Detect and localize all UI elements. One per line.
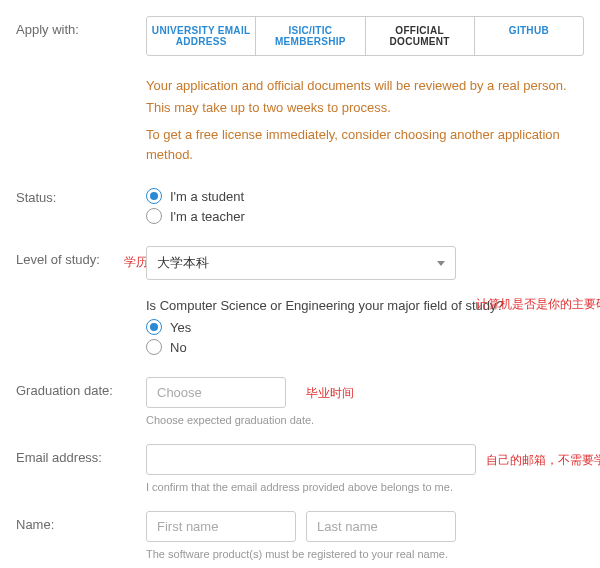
annotation-cs: 计算机是否是你的主要研究领域？ [476, 296, 600, 313]
annotation-graduation: 毕业时间 [306, 385, 354, 402]
cs-no-option[interactable]: No [146, 339, 584, 355]
info-row: Your application and official documents … [16, 74, 584, 166]
status-student-label: I'm a student [170, 189, 244, 204]
graduation-row: Graduation date: 毕业时间 Choose expected gr… [16, 377, 584, 426]
info-line3: To get a free license immediately, consi… [146, 125, 584, 164]
cs-no-label: No [170, 340, 187, 355]
status-row: Status: I'm a student I'm a teacher [16, 184, 584, 228]
tab-university-email[interactable]: UNIVERSITY EMAIL ADDRESS [147, 17, 256, 55]
email-label: Email address: [16, 444, 146, 465]
level-label: Level of study: [16, 252, 100, 267]
email-hint: I confirm that the email address provide… [146, 481, 584, 493]
info-line2: This may take up to two weeks to process… [146, 98, 584, 118]
cs-yes-label: Yes [170, 320, 191, 335]
annotation-level: 学历 [124, 254, 148, 271]
annotation-email: 自己的邮箱，不需要学生邮箱 [486, 452, 600, 469]
name-label: Name: [16, 511, 146, 532]
apply-with-tabs: UNIVERSITY EMAIL ADDRESS ISIC/ITIC MEMBE… [146, 16, 584, 56]
level-row: Level of study: 学历 大学本科 [16, 246, 584, 280]
apply-with-row: Apply with: UNIVERSITY EMAIL ADDRESS ISI… [16, 16, 584, 56]
tab-official-document[interactable]: OFFICIAL DOCUMENT [366, 17, 475, 55]
status-teacher-option[interactable]: I'm a teacher [146, 208, 584, 224]
tab-github[interactable]: GITHUB [475, 17, 583, 55]
radio-icon [146, 188, 162, 204]
apply-with-label: Apply with: [16, 16, 146, 37]
radio-icon [146, 319, 162, 335]
radio-icon [146, 208, 162, 224]
cs-yes-option[interactable]: Yes [146, 319, 584, 335]
email-input[interactable] [146, 444, 476, 475]
first-name-input[interactable] [146, 511, 296, 542]
status-label: Status: [16, 184, 146, 205]
last-name-input[interactable] [306, 511, 456, 542]
graduation-input[interactable] [146, 377, 286, 408]
graduation-label: Graduation date: [16, 377, 146, 398]
tab-isic[interactable]: ISIC/ITIC MEMBERSHIP [256, 17, 365, 55]
info-line1: Your application and official documents … [146, 76, 584, 96]
chevron-down-icon [437, 261, 445, 266]
radio-icon [146, 339, 162, 355]
level-select-value: 大学本科 [157, 254, 209, 272]
email-row: Email address: 自己的邮箱，不需要学生邮箱 I confirm t… [16, 444, 584, 493]
name-row: Name: The software product(s) must be re… [16, 511, 584, 560]
cs-question-row: 计算机是否是你的主要研究领域？ Is Computer Science or E… [16, 298, 584, 359]
graduation-hint: Choose expected graduation date. [146, 414, 584, 426]
status-student-option[interactable]: I'm a student [146, 188, 584, 204]
level-select[interactable]: 大学本科 [146, 246, 456, 280]
name-hint: The software product(s) must be register… [146, 548, 584, 560]
status-teacher-label: I'm a teacher [170, 209, 245, 224]
application-form: Apply with: UNIVERSITY EMAIL ADDRESS ISI… [0, 0, 600, 568]
